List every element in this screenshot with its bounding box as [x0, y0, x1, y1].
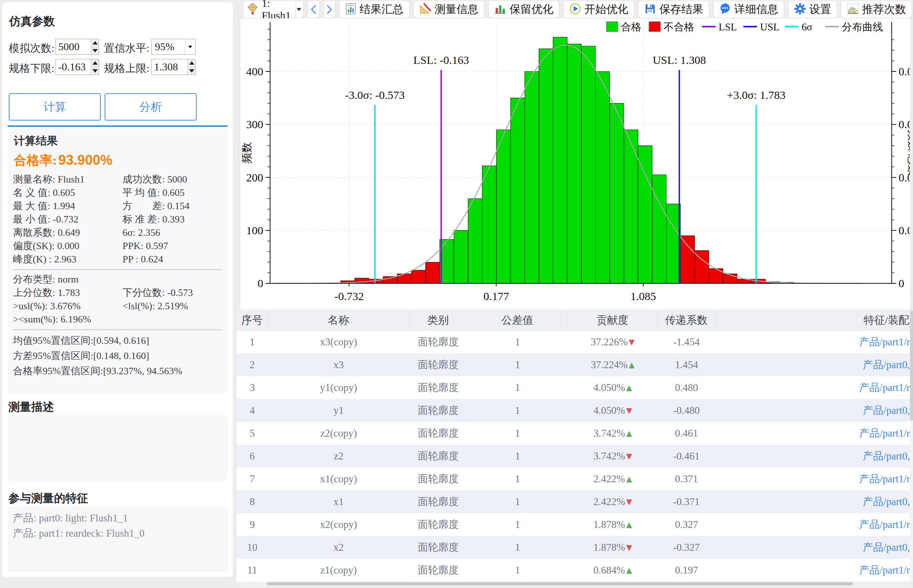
chevron-right-icon: [325, 4, 334, 15]
table-row[interactable]: 6z2面轮廓度13.742%▼-0.461产品/part0,: [237, 444, 910, 467]
table-row[interactable]: 5z2(copy)面轮廓度13.742%▲0.461产品/part1/r: [237, 422, 910, 444]
confidence-interval-list: 均值95%置信区间:[0.594, 0.616]方差95%置信区间:[0.148…: [13, 333, 222, 379]
row-index: 5: [237, 422, 268, 444]
lsl-spin-buttons[interactable]: [91, 59, 99, 74]
measure-desc-box[interactable]: [8, 415, 228, 481]
feature-assembly-link[interactable]: 产品/part0,: [716, 490, 910, 513]
spin-down-icon[interactable]: [188, 67, 195, 75]
feature-assembly-link[interactable]: 产品/part0,: [716, 536, 910, 559]
feature-assembly-link[interactable]: 产品/part0,: [716, 399, 910, 422]
contribution-value: 1.878%▲: [568, 513, 658, 536]
contribution-table: 序号名称类别公差值贡献度传递系数特征/装配 1x3(copy)面轮廓度137.2…: [237, 310, 910, 582]
measure-icon: [419, 3, 431, 16]
spin-down-icon[interactable]: [91, 47, 99, 55]
transfer-coefficient: 0.327: [658, 513, 716, 536]
usl-spin-buttons[interactable]: [187, 59, 195, 74]
lsl-input[interactable]: [56, 59, 91, 74]
svg-text:频数: 频数: [241, 142, 253, 163]
column-header-1[interactable]: 序号: [237, 310, 268, 330]
tolerance-category: 面轮廓度: [409, 331, 467, 353]
analyze-button[interactable]: 分析: [105, 93, 197, 121]
row-index: 9: [237, 513, 268, 536]
spin-down-icon[interactable]: [91, 67, 99, 75]
column-header-5[interactable]: 贡献度: [568, 310, 658, 330]
column-header-4[interactable]: 公差值: [467, 310, 568, 330]
结果汇总-button[interactable]: 结果汇总: [340, 1, 409, 18]
confidence-interval-item: 均值95%置信区间:[0.594, 0.616]: [13, 333, 222, 348]
tolerance-value: 1: [467, 536, 568, 559]
stat-item: <lsl(%): 2.519%: [123, 300, 222, 312]
svg-text:0: 0: [898, 277, 904, 289]
table-row[interactable]: 2x3面轮廓度137.224%▲1.454产品/part0,: [237, 353, 910, 376]
feature-assembly-link[interactable]: 产品/part1/r: [716, 513, 910, 536]
column-header-2[interactable]: 名称: [268, 310, 409, 330]
table-row[interactable]: 7x1(copy)面轮廓度12.422%▲0.371产品/part1/r: [237, 467, 910, 490]
usl-input[interactable]: [152, 59, 187, 74]
推荐次数-button[interactable]: 推荐次数: [842, 1, 911, 18]
tolerance-category: 面轮廓度: [409, 353, 467, 376]
arrow-up-icon: ▲: [626, 474, 632, 483]
lsl-stepper[interactable]: [55, 59, 99, 75]
stat-item: 上分位数: 1.783: [13, 286, 123, 299]
tolerance-category: 面轮廓度: [409, 399, 467, 422]
column-header-7[interactable]: 特征/装配: [716, 310, 910, 330]
设置-button[interactable]: 设置: [789, 1, 837, 18]
sim-count-input[interactable]: [56, 39, 91, 54]
svg-text:USL: USL: [760, 21, 779, 33]
feature-assembly-link[interactable]: 产品/part0,: [716, 353, 910, 376]
spin-up-icon[interactable]: [91, 59, 99, 67]
next-measurement-button[interactable]: [324, 1, 335, 18]
table-row[interactable]: 4y1面轮廓度14.050%▼-0.480产品/part0,: [237, 399, 910, 422]
confidence-select[interactable]: 95%: [152, 39, 196, 55]
feature-assembly-link[interactable]: 产品/part1/r: [716, 467, 910, 490]
scrollbar-thumb[interactable]: [267, 582, 853, 585]
histogram-chart[interactable]: LSL: -0.163USL: 1.308-3.0σ: -0.573+3.0σ:…: [241, 18, 910, 310]
svg-text:100: 100: [246, 224, 263, 237]
开始优化-button[interactable]: 开始优化: [564, 1, 634, 18]
arrow-up-icon: ▲: [626, 520, 632, 529]
stat-item: 最 小 值: -0.732: [13, 213, 123, 226]
arrow-down-icon: ▼: [626, 451, 632, 460]
scrollbar-thumb[interactable]: [910, 310, 913, 421]
测量信息-button[interactable]: 测量信息: [414, 1, 484, 18]
stat-item: [123, 313, 222, 326]
svg-text:LSL: LSL: [719, 21, 737, 33]
table-body: 1x3(copy)面轮廓度137.226%▼-1.454产品/part1/r2x…: [237, 331, 910, 582]
features-box[interactable]: 产品: part0: light: Flush1_1 产品: part1: re…: [8, 507, 228, 572]
calculate-button[interactable]: 计算: [9, 93, 101, 121]
arrow-up-icon: ▲: [626, 565, 632, 575]
prev-measurement-button[interactable]: [308, 1, 319, 18]
spin-up-icon[interactable]: [91, 39, 99, 47]
feature-assembly-link[interactable]: 产品/part1/r: [716, 376, 910, 399]
column-header-6[interactable]: 传递系数: [658, 310, 716, 330]
保存结果-button[interactable]: 保存结果: [639, 1, 709, 18]
toolbar-button-label: 详细信息: [734, 2, 778, 17]
chevron-down-icon[interactable]: [185, 39, 195, 54]
transfer-coefficient: -0.327: [658, 536, 716, 559]
table-row[interactable]: 10x2面轮廓度11.878%▼-0.327产品/part0,: [237, 536, 910, 559]
tolerance-category: 面轮廓度: [409, 513, 467, 536]
table-row[interactable]: 9x2(copy)面轮廓度11.878%▲0.327产品/part1/r: [237, 513, 910, 536]
table-row[interactable]: 8x1面轮廓度12.422%▼-0.371产品/part0,: [237, 490, 910, 513]
feature-assembly-link[interactable]: 产品/part1/r: [716, 422, 910, 444]
spin-up-icon[interactable]: [188, 59, 195, 67]
feature-assembly-link[interactable]: 产品/part0,: [716, 444, 910, 467]
measurement-selector[interactable]: 1: Flush1: [244, 1, 303, 18]
transfer-coefficient: 0.461: [658, 422, 716, 444]
feature-assembly-link[interactable]: 产品/part1/r: [716, 331, 910, 353]
column-header-3[interactable]: 类别: [409, 310, 467, 330]
table-row[interactable]: 1x3(copy)面轮廓度137.226%▼-1.454产品/part1/r: [237, 331, 910, 353]
sim-count-stepper[interactable]: [55, 39, 99, 55]
详细信息-button[interactable]: 详细信息: [714, 1, 784, 18]
feature-assembly-link[interactable]: 产品/part1/r: [716, 559, 910, 582]
save-icon: [644, 3, 656, 16]
sim-count-spin-buttons[interactable]: [91, 39, 99, 54]
table-row[interactable]: 11z1(copy)面轮廓度10.684%▲0.197产品/part1/r: [237, 559, 910, 582]
table-row[interactable]: 3y1(copy)面轮廓度14.050%▲0.480产品/part1/r: [237, 376, 910, 399]
usl-stepper[interactable]: [152, 59, 196, 75]
table-vertical-scrollbar[interactable]: [910, 310, 913, 581]
table-horizontal-scrollbar[interactable]: [237, 582, 910, 586]
row-index: 1: [237, 331, 268, 353]
chevron-down-icon[interactable]: [296, 1, 302, 18]
保留优化-button[interactable]: 保留优化: [489, 1, 559, 18]
